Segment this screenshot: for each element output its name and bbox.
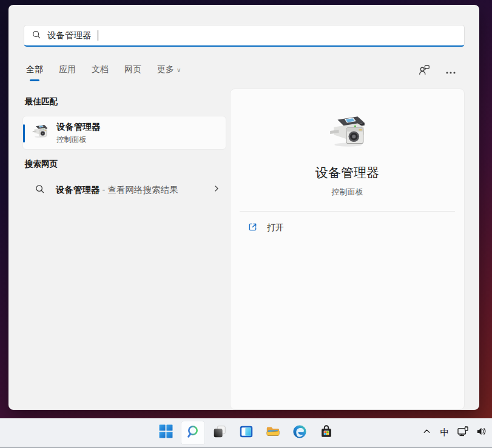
web-search-heading: 搜索网页 — [25, 159, 58, 170]
chevron-up-icon — [422, 427, 431, 438]
more-options-button[interactable] — [442, 64, 459, 79]
search-input[interactable]: 设备管理器 — [24, 25, 465, 47]
search-icon — [32, 30, 41, 42]
web-hint-text: - 查看网络搜索结果 — [100, 185, 178, 195]
widgets-icon — [238, 424, 254, 442]
search-flyout-panel: 设备管理器 全部 应用 文档 网页 更多∨ 最佳匹配 — [8, 5, 479, 410]
tab-more[interactable]: 更多∨ — [157, 64, 181, 81]
speaker-icon — [476, 426, 487, 440]
tab-documents[interactable]: 文档 — [92, 64, 109, 81]
best-match-result[interactable]: 设备管理器 控制面板 — [22, 116, 226, 150]
preview-title: 设备管理器 — [315, 164, 379, 181]
preview-divider — [240, 211, 455, 212]
selection-accent-bar — [23, 124, 25, 142]
web-query-text: 设备管理器 — [56, 185, 100, 195]
ime-language-label: 中 — [440, 427, 450, 438]
tab-all[interactable]: 全部 — [26, 64, 43, 81]
search-filter-tabs: 全部 应用 文档 网页 更多∨ — [26, 64, 181, 81]
result-title: 设备管理器 — [56, 121, 101, 133]
preview-subtitle: 控制面板 — [332, 187, 363, 198]
search-query-text: 设备管理器 — [47, 30, 92, 41]
person-chat-icon — [417, 64, 431, 79]
edge-icon — [292, 424, 308, 442]
ellipsis-icon — [445, 66, 456, 77]
microsoft-store-icon — [318, 424, 334, 442]
best-match-heading: 最佳匹配 — [25, 96, 58, 107]
open-action[interactable]: 打开 — [235, 216, 459, 239]
microsoft-store-button[interactable] — [314, 421, 339, 445]
tab-apps[interactable]: 应用 — [59, 64, 76, 81]
search-icon — [35, 184, 45, 196]
text-cursor — [98, 30, 98, 41]
volume-button[interactable] — [473, 423, 490, 443]
result-subtitle: 控制面板 — [56, 135, 101, 145]
task-view-icon — [212, 424, 227, 442]
tab-web[interactable]: 网页 — [124, 64, 141, 81]
search-taskbar-icon — [185, 424, 201, 442]
device-manager-icon — [328, 112, 368, 155]
widgets-button[interactable] — [234, 421, 258, 445]
account-feedback-button[interactable] — [416, 64, 433, 79]
edge-browser-button[interactable] — [288, 421, 312, 445]
search-taskbar-button[interactable] — [181, 421, 205, 445]
open-external-icon — [248, 222, 258, 235]
taskbar: 中 — [0, 418, 492, 448]
open-action-label: 打开 — [267, 222, 284, 233]
result-preview-pane: 设备管理器 控制面板 打开 — [230, 89, 465, 410]
task-view-button[interactable] — [207, 421, 232, 445]
device-manager-icon — [32, 123, 49, 142]
start-button[interactable] — [154, 421, 178, 445]
file-explorer-icon — [265, 424, 281, 442]
file-explorer-button[interactable] — [261, 421, 285, 445]
chevron-down-icon: ∨ — [177, 67, 181, 73]
windows-start-icon — [158, 424, 174, 441]
chevron-right-icon — [213, 184, 220, 195]
network-icon — [457, 426, 469, 440]
show-hidden-icons-button[interactable] — [418, 423, 435, 443]
network-button[interactable] — [454, 423, 471, 443]
ime-indicator-button[interactable]: 中 — [436, 423, 453, 443]
web-search-result[interactable]: 设备管理器 - 查看网络搜索结果 — [22, 178, 226, 202]
